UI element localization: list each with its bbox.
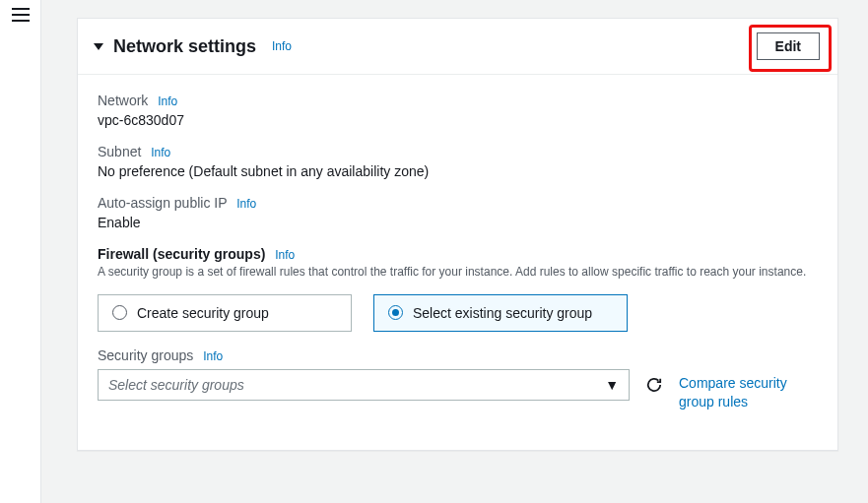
network-settings-info-link[interactable]: Info bbox=[272, 39, 292, 53]
security-groups-label: Security groups bbox=[98, 347, 193, 363]
firewall-heading: Firewall (security groups) bbox=[98, 246, 265, 262]
network-info-link[interactable]: Info bbox=[158, 94, 177, 108]
chevron-down-icon: ▼ bbox=[605, 377, 619, 393]
radio-icon bbox=[388, 305, 403, 320]
subnet-info-link[interactable]: Info bbox=[151, 146, 170, 159]
select-existing-sg-label: Select existing security group bbox=[413, 305, 592, 321]
firewall-description: A security group is a set of firewall ru… bbox=[98, 264, 818, 281]
collapse-caret-icon[interactable] bbox=[94, 43, 103, 50]
menu-toggle-icon[interactable] bbox=[12, 8, 30, 22]
security-groups-select[interactable]: Select security groups ▼ bbox=[98, 369, 630, 401]
refresh-icon[interactable] bbox=[645, 376, 663, 394]
public-ip-info-link[interactable]: Info bbox=[236, 197, 256, 211]
security-groups-placeholder: Select security groups bbox=[108, 377, 244, 393]
edit-button[interactable]: Edit bbox=[757, 32, 820, 60]
subnet-label: Subnet bbox=[98, 144, 141, 159]
radio-icon bbox=[112, 305, 127, 320]
public-ip-label: Auto-assign public IP bbox=[98, 195, 227, 211]
select-existing-security-group-radio[interactable]: Select existing security group bbox=[373, 294, 628, 332]
compare-sg-rules-link[interactable]: Compare security group rules bbox=[679, 374, 807, 412]
network-label: Network bbox=[98, 93, 148, 108]
create-security-group-radio[interactable]: Create security group bbox=[98, 294, 352, 332]
network-settings-panel: Network settings Info Edit Network Info … bbox=[77, 18, 838, 451]
create-sg-label: Create security group bbox=[137, 305, 269, 321]
security-groups-info-link[interactable]: Info bbox=[203, 349, 223, 363]
panel-title: Network settings bbox=[113, 36, 256, 57]
subnet-value: No preference (Default subnet in any ava… bbox=[98, 163, 818, 179]
network-value: vpc-6c830d07 bbox=[98, 112, 818, 128]
firewall-info-link[interactable]: Info bbox=[275, 248, 295, 262]
public-ip-value: Enable bbox=[98, 215, 818, 230]
